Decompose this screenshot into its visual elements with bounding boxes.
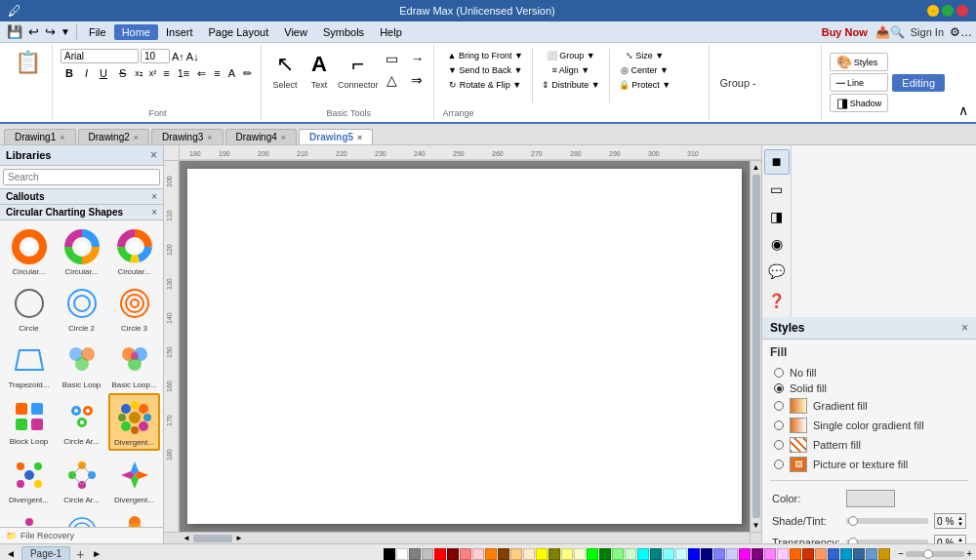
library-search-input[interactable]: [3, 169, 160, 185]
shade-slider-track[interactable]: [846, 518, 928, 524]
color-swatch[interactable]: [828, 548, 839, 560]
font-color-button[interactable]: A: [225, 66, 238, 80]
settings-icon[interactable]: ⚙: [950, 25, 960, 39]
maximize-button[interactable]: [942, 5, 954, 17]
no-fill-option[interactable]: No fill: [770, 365, 968, 380]
scroll-left-button[interactable]: ◄: [4, 547, 18, 560]
color-picker-button[interactable]: [846, 490, 895, 507]
doc-tab4-close[interactable]: ×: [281, 133, 286, 142]
align-left-button[interactable]: ⇐: [194, 66, 209, 81]
font-name-input[interactable]: [61, 49, 139, 63]
shape-item-basicloop[interactable]: Basic Loop: [56, 337, 107, 392]
style-quick-btn3[interactable]: ◨Shadow: [830, 94, 889, 112]
menu-symbols[interactable]: Symbols: [315, 24, 372, 40]
gradient-fill-option[interactable]: Gradient fill: [770, 396, 968, 416]
bring-to-front-button[interactable]: ▲ Bring to Front ▼: [442, 49, 527, 62]
callouts-close[interactable]: ×: [151, 191, 157, 202]
color-swatch[interactable]: [815, 548, 827, 560]
solid-fill-option[interactable]: Solid fill: [770, 380, 968, 396]
vscroll-up[interactable]: ▲: [752, 162, 761, 173]
shape-item-circle2[interactable]: Circle 2: [56, 280, 107, 336]
callouts-category[interactable]: Callouts ×: [0, 189, 163, 205]
file-recovery-label[interactable]: File Recovery: [20, 531, 74, 540]
group-button[interactable]: ⬜ Group ▼: [537, 49, 605, 62]
color-swatch[interactable]: [498, 548, 509, 560]
page-tab[interactable]: Page-1: [21, 546, 70, 560]
color-swatch[interactable]: [409, 548, 421, 560]
qa-dropdown[interactable]: ▼: [59, 25, 72, 38]
menu-help[interactable]: Help: [372, 24, 410, 40]
sign-in-link[interactable]: Sign In: [911, 26, 944, 38]
menu-insert[interactable]: Insert: [158, 24, 201, 40]
color-swatch[interactable]: [713, 548, 725, 560]
line-style-icon[interactable]: ▭: [764, 177, 790, 202]
shape-item-circular2[interactable]: Circular...: [56, 223, 107, 279]
font-size-input[interactable]: [141, 49, 170, 63]
shape-item-blockloop[interactable]: Block Loop: [3, 393, 55, 451]
color-swatch[interactable]: [510, 548, 522, 560]
doc-tab-drawing5[interactable]: Drawing5 ×: [299, 129, 373, 144]
color-swatch[interactable]: [777, 548, 789, 560]
menu-file[interactable]: File: [81, 24, 114, 40]
shape-item-divergent-selected[interactable]: Divergent...: [108, 393, 160, 451]
color-swatch[interactable]: [726, 548, 738, 560]
pattern-fill-option[interactable]: Pattern fill: [770, 435, 968, 455]
scroll-right-button[interactable]: ►: [90, 547, 103, 560]
shadow-style-icon[interactable]: ◨: [764, 204, 790, 229]
shape-item-circular1[interactable]: Circular...: [3, 223, 55, 279]
color-swatch[interactable]: [853, 548, 865, 560]
color-swatch[interactable]: [472, 548, 484, 560]
color-swatch[interactable]: [460, 548, 471, 560]
search-icon[interactable]: 🔍: [890, 25, 905, 39]
qa-save[interactable]: 💾: [4, 23, 25, 40]
style-quick-btn1[interactable]: 🎨Styles: [830, 53, 889, 71]
color-swatch[interactable]: [675, 548, 687, 560]
circular-shapes-close[interactable]: ×: [151, 207, 157, 218]
color-swatch[interactable]: [612, 548, 624, 560]
draw-shape1[interactable]: ▭: [382, 49, 402, 68]
menu-page-layout[interactable]: Page Layout: [201, 24, 277, 40]
strikethrough-button[interactable]: S: [114, 65, 131, 81]
color-swatch[interactable]: [574, 548, 586, 560]
color-swatch[interactable]: [434, 548, 446, 560]
font-grow-button[interactable]: A↑: [172, 51, 184, 62]
italic-button[interactable]: I: [80, 65, 93, 81]
shade-down[interactable]: ▼: [957, 521, 963, 527]
color-swatch[interactable]: [485, 548, 497, 560]
zoom-slider[interactable]: [906, 551, 964, 557]
zoom-in-button[interactable]: +: [966, 548, 972, 559]
protect-button[interactable]: 🔒 Protect ▼: [614, 78, 675, 92]
align-center-button[interactable]: ≡: [211, 66, 223, 80]
canvas-vscroll[interactable]: ▲ ▼: [750, 161, 761, 532]
color-swatch[interactable]: [802, 548, 814, 560]
size-button[interactable]: ⤡ Size ▼: [614, 49, 675, 62]
doc-tab2-close[interactable]: ×: [134, 133, 139, 142]
color-swatch[interactable]: [523, 548, 535, 560]
doc-tab-drawing3[interactable]: Drawing3 ×: [151, 129, 224, 144]
text-style-icon[interactable]: 💬: [764, 259, 790, 284]
color-swatch[interactable]: [587, 548, 598, 560]
hscroll-right[interactable]: ►: [234, 533, 244, 543]
more-options-icon[interactable]: …: [960, 25, 972, 39]
list-button[interactable]: ≡: [160, 66, 172, 80]
shape-item-divergent2[interactable]: Divergent...: [3, 452, 55, 507]
subscript-button[interactable]: x₂: [133, 67, 145, 79]
qa-undo[interactable]: ↩: [25, 23, 42, 40]
qa-redo[interactable]: ↪: [42, 23, 59, 40]
doc-tab1-close[interactable]: ×: [60, 133, 64, 142]
fill-style-icon[interactable]: ■: [764, 149, 790, 175]
help-style-icon[interactable]: ❓: [764, 288, 790, 313]
close-button[interactable]: [956, 5, 968, 17]
shape-item-circles[interactable]: Circles: [56, 508, 107, 527]
shape-item-trapezoid[interactable]: Trapezoid...: [3, 337, 55, 392]
superscript-button[interactable]: x²: [147, 67, 159, 79]
color-swatch[interactable]: [840, 548, 852, 560]
align-button[interactable]: ≡ Align ▼: [537, 63, 605, 77]
color-swatch[interactable]: [637, 548, 649, 560]
shape-item-circle1[interactable]: Circle: [3, 280, 55, 336]
color-swatch[interactable]: [650, 548, 662, 560]
connector-button[interactable]: ⌐: [346, 49, 369, 80]
send-to-back-button[interactable]: ▼ Send to Back ▼: [442, 63, 527, 77]
color-swatch[interactable]: [536, 548, 548, 560]
color-swatch[interactable]: [790, 548, 801, 560]
